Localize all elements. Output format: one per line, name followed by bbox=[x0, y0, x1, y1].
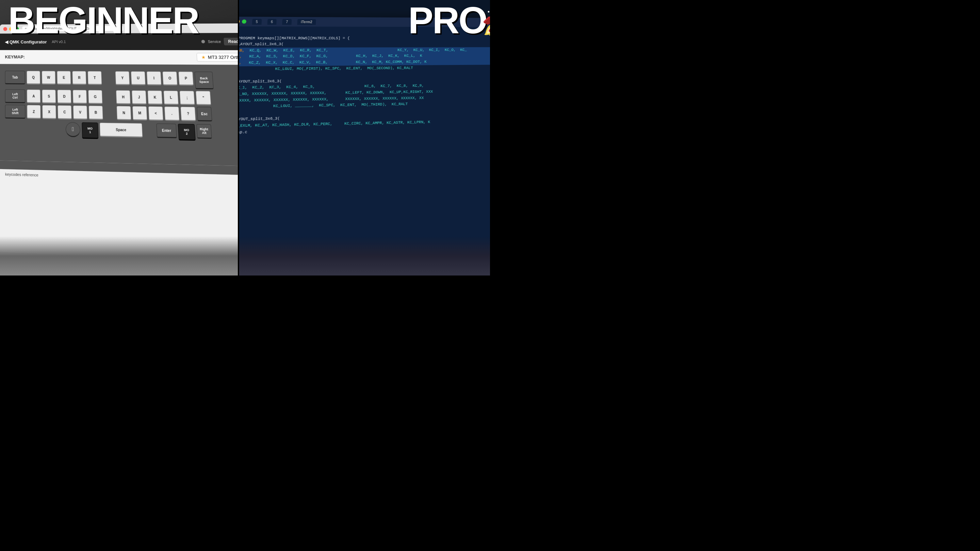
key-left-ctrl[interactable]: LeftCtrl bbox=[5, 89, 25, 103]
key-s[interactable]: S bbox=[42, 90, 56, 104]
key-y[interactable]: Y bbox=[115, 71, 130, 85]
left-panel: BEGINNER config.qmk.fm/Workblofer/LAYOUT… bbox=[0, 0, 238, 275]
key-z[interactable]: Z bbox=[27, 105, 40, 119]
key-i[interactable]: I bbox=[147, 71, 161, 86]
key-backspace[interactable]: BackSpace bbox=[194, 71, 214, 89]
rocket-emoji: 🚀 bbox=[481, 0, 490, 38]
key-slash[interactable]: ? bbox=[180, 107, 196, 121]
iterm-tab-iterm2[interactable]: iTerm2 bbox=[297, 19, 316, 25]
beginner-title: BEGINNER bbox=[8, 2, 199, 39]
iterm-tab-7[interactable]: 7 bbox=[282, 19, 292, 25]
key-k[interactable]: K bbox=[148, 91, 163, 105]
service-label: Service bbox=[208, 40, 221, 44]
key-mo1[interactable]: MO1 bbox=[82, 122, 98, 139]
service-indicator bbox=[201, 40, 205, 43]
key-m[interactable]: M bbox=[132, 106, 147, 121]
key-h[interactable]: H bbox=[116, 90, 130, 104]
code-line-row-ab: AB, KC_Q, KC_W, KC_E, KC_R, KC_T, KC_Y, … bbox=[238, 47, 490, 54]
key-n[interactable]: N bbox=[117, 106, 131, 121]
key-period[interactable]: . bbox=[164, 106, 179, 121]
key-u[interactable]: U bbox=[131, 71, 146, 86]
key-semicolon[interactable]: ; bbox=[180, 91, 195, 105]
iterm-max-button[interactable] bbox=[242, 20, 246, 24]
iterm-tab-6[interactable]: 6 bbox=[267, 19, 277, 24]
desk-area-left bbox=[0, 236, 238, 275]
keyboard-name-text: MT3 3277 Ortho bbox=[208, 54, 238, 60]
key-g[interactable]: G bbox=[88, 90, 103, 104]
key-r[interactable]: R bbox=[72, 71, 86, 85]
key-left-shift[interactable]: LeftShift bbox=[5, 105, 25, 119]
star-icon: ★ bbox=[201, 54, 206, 60]
key-c[interactable]: C bbox=[57, 105, 72, 119]
key-row-3: LeftShift Z X C V B N M < . ? Esc bbox=[5, 105, 238, 122]
desk-area-right bbox=[238, 236, 490, 275]
key-b[interactable]: B bbox=[89, 106, 103, 120]
key-quote[interactable]: " bbox=[196, 91, 211, 105]
code-line-layout1: = LAYOUT_split_3x6_3( bbox=[238, 41, 490, 47]
service-ready-area: Service Ready bbox=[201, 38, 238, 45]
key-enter[interactable]: Enter bbox=[156, 123, 177, 138]
key-comma[interactable]: < bbox=[148, 106, 163, 121]
key-row-thumb:  MO1 Space Enter MO2 RightAlt bbox=[5, 121, 238, 142]
keyboard-area: Tab Q W E R T Y U I O P BackSpace LeftCt… bbox=[0, 64, 238, 167]
key-apple[interactable]:  bbox=[66, 122, 81, 137]
key-p[interactable]: P bbox=[178, 71, 193, 86]
key-space[interactable]: Space bbox=[100, 123, 143, 138]
keymap-label: KEYMAP: bbox=[5, 54, 25, 59]
key-a[interactable]: A bbox=[27, 89, 40, 103]
ready-badge: Ready bbox=[223, 38, 238, 45]
key-v[interactable]: V bbox=[73, 105, 88, 119]
key-right-alt[interactable]: RightAlt bbox=[196, 124, 212, 139]
key-mo2[interactable]: MO2 bbox=[178, 124, 195, 141]
key-x[interactable]: X bbox=[42, 105, 56, 119]
key-o[interactable]: O bbox=[162, 71, 177, 86]
key-row-1: Tab Q W E R T Y U I O P BackSpace bbox=[5, 71, 238, 90]
key-q[interactable]: Q bbox=[27, 71, 40, 84]
keyboard-selector[interactable]: ★ MT3 3277 Ortho bbox=[197, 53, 238, 62]
key-f[interactable]: F bbox=[73, 90, 87, 104]
key-j[interactable]: J bbox=[132, 91, 146, 105]
key-esc[interactable]: Esc bbox=[197, 107, 212, 121]
key-w[interactable]: W bbox=[42, 71, 56, 84]
key-e[interactable]: E bbox=[57, 71, 71, 84]
key-tab[interactable]: Tab bbox=[5, 71, 25, 84]
pro-title: PRO bbox=[408, 2, 487, 39]
center-divider bbox=[238, 0, 239, 275]
key-t[interactable]: T bbox=[88, 71, 102, 85]
key-row-2: LeftCtrl A S D F G H J K L ; " bbox=[5, 89, 238, 106]
close-button[interactable] bbox=[3, 27, 7, 31]
key-l[interactable]: L bbox=[163, 91, 178, 105]
right-panel: PRO 🚀 5 6 7 iTerm2 ), 6_: PROGMEM keymap… bbox=[238, 0, 490, 275]
iterm-tab-5[interactable]: 5 bbox=[252, 19, 262, 24]
key-d[interactable]: D bbox=[57, 90, 71, 104]
qmk-toolbar: KEYMAP: ★ MT3 3277 Ortho bbox=[0, 50, 238, 65]
